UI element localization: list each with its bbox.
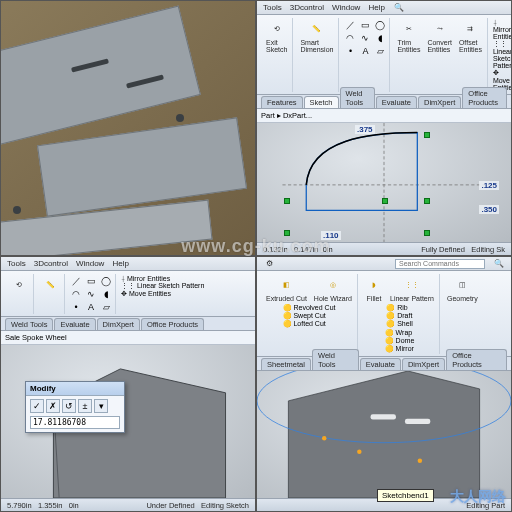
text-icon[interactable]: A bbox=[359, 45, 371, 57]
draft-button[interactable]: 🟡 Draft bbox=[386, 312, 413, 320]
arc-icon[interactable]: ◠ bbox=[344, 32, 356, 44]
point-icon[interactable]: • bbox=[344, 45, 356, 57]
linear-pattern-button[interactable]: ⋮⋮ Linear Sketch Pattern bbox=[121, 282, 204, 290]
modify-dialog[interactable]: Modify ✓ ✗ ↺ ± ▾ 17.81186708 bbox=[25, 381, 125, 433]
gear-icon[interactable]: ⚙ bbox=[263, 258, 275, 270]
smart-dimension-button[interactable]: 📏 Smart Dimension bbox=[298, 19, 335, 54]
linear-pattern-button[interactable]: ⋮⋮ Linear Sketch Pattern bbox=[493, 40, 512, 69]
graphics-viewport[interactable]: Sketchbend1 bbox=[257, 371, 511, 498]
tab-sketch[interactable]: Sketch bbox=[304, 96, 339, 108]
tab-weld[interactable]: Weld Tools bbox=[5, 318, 53, 330]
line-icon[interactable]: ／ bbox=[344, 19, 356, 31]
search-icon[interactable]: 🔍 bbox=[493, 258, 505, 270]
smart-dimension-button[interactable]: 📏 bbox=[39, 275, 61, 295]
sketch-handle[interactable] bbox=[284, 230, 290, 236]
slot-icon[interactable]: ◖ bbox=[374, 32, 386, 44]
tab-evaluate[interactable]: Evaluate bbox=[376, 96, 417, 108]
dimension-d3[interactable]: .350 bbox=[479, 205, 499, 214]
menu-tools[interactable]: Tools bbox=[263, 3, 282, 12]
tab-office[interactable]: Office Products bbox=[462, 87, 507, 108]
fillet-button[interactable]: ◗Fillet bbox=[363, 275, 385, 303]
tab-weld[interactable]: Weld Tools bbox=[312, 349, 359, 370]
menu-window[interactable]: Window bbox=[332, 3, 360, 12]
menubar[interactable]: ⚙ 🔍 bbox=[257, 257, 511, 271]
menu-help[interactable]: Help bbox=[112, 259, 128, 268]
exit-sketch-button[interactable]: ⟲ Exit Sketch bbox=[264, 19, 289, 54]
plane-icon[interactable]: ▱ bbox=[374, 45, 386, 57]
reverse-button[interactable]: ± bbox=[78, 399, 92, 413]
slot-icon[interactable]: ◖ bbox=[100, 288, 112, 300]
graphics-viewport[interactable]: .375 .125 .350 .110 bbox=[257, 123, 511, 242]
sketch-handle[interactable] bbox=[424, 230, 430, 236]
shell-button[interactable]: 🟡 Shell bbox=[386, 320, 413, 328]
convert-entities-button[interactable]: ⤳ Convert Entities bbox=[425, 19, 454, 54]
sketch-handle[interactable] bbox=[284, 198, 290, 204]
plane-icon[interactable]: ▱ bbox=[100, 301, 112, 313]
offset-entities-button[interactable]: ⇉ Offset Entities bbox=[457, 19, 484, 54]
tab-dimxpert[interactable]: DimXpert bbox=[418, 96, 461, 108]
hole-wizard-button[interactable]: ◎Hole Wizard bbox=[312, 275, 354, 303]
line-icon[interactable]: ／ bbox=[70, 275, 82, 287]
tab-evaluate[interactable]: Evaluate bbox=[360, 358, 401, 370]
command-tabs[interactable]: Sheetmetal Weld Tools Evaluate DimXpert … bbox=[257, 357, 511, 371]
tab-dimxpert[interactable]: DimXpert bbox=[97, 318, 140, 330]
menubar[interactable]: Tools 3Dcontrol Window Help 🔍 bbox=[257, 1, 511, 15]
exit-sketch-button[interactable]: ⟲ bbox=[8, 275, 30, 295]
rect-icon[interactable]: ▭ bbox=[85, 275, 97, 287]
modify-dialog-title[interactable]: Modify bbox=[26, 382, 124, 396]
dimension-d2[interactable]: .125 bbox=[479, 181, 499, 190]
menu-window[interactable]: Window bbox=[76, 259, 104, 268]
search-icon[interactable]: 🔍 bbox=[393, 2, 405, 14]
text-icon[interactable]: A bbox=[85, 301, 97, 313]
command-tabs[interactable]: Weld Tools Evaluate DimXpert Office Prod… bbox=[1, 317, 255, 331]
menu-tools[interactable]: Tools bbox=[7, 259, 26, 268]
tab-features[interactable]: Features bbox=[261, 96, 303, 108]
rebuild-button[interactable]: ↺ bbox=[62, 399, 76, 413]
spline-icon[interactable]: ∿ bbox=[85, 288, 97, 300]
sketch-handle[interactable] bbox=[424, 132, 430, 138]
menubar[interactable]: Tools 3Dcontrol Window Help bbox=[1, 257, 255, 271]
menu-help[interactable]: Help bbox=[368, 3, 384, 12]
ok-button[interactable]: ✓ bbox=[30, 399, 44, 413]
mirror-button[interactable]: 🟡 Mirror bbox=[385, 345, 415, 353]
circle-icon[interactable]: ◯ bbox=[100, 275, 112, 287]
rect-icon[interactable]: ▭ bbox=[359, 19, 371, 31]
point-icon[interactable]: • bbox=[70, 301, 82, 313]
dimension-d1[interactable]: .375 bbox=[355, 125, 375, 134]
menu-3dcontrol[interactable]: 3Dcontrol bbox=[34, 259, 68, 268]
dimension-d4[interactable]: .110 bbox=[321, 231, 341, 240]
tab-weld[interactable]: Weld Tools bbox=[340, 87, 375, 108]
mirror-entities-button[interactable]: ⟊ Mirror Entities bbox=[493, 19, 512, 40]
menu-3dcontrol[interactable]: 3Dcontrol bbox=[290, 3, 324, 12]
dimension-value-input[interactable]: 17.81186708 bbox=[30, 416, 120, 429]
tree-root-label[interactable]: Sale Spoke Wheel bbox=[5, 333, 67, 342]
swept-cut-button[interactable]: 🟡 Swept Cut bbox=[283, 312, 336, 320]
wrap-button[interactable]: 🟡 Wrap bbox=[385, 329, 415, 337]
circle-icon[interactable]: ◯ bbox=[374, 19, 386, 31]
tab-office[interactable]: Office Products bbox=[446, 349, 507, 370]
breadcrumb[interactable]: Part ▸ DxPart... bbox=[261, 111, 312, 120]
extruded-cut-button[interactable]: ◧Extruded Cut bbox=[264, 275, 309, 303]
origin-handle[interactable] bbox=[382, 198, 388, 204]
spin-button[interactable]: ▾ bbox=[94, 399, 108, 413]
sketch-handle[interactable] bbox=[424, 198, 430, 204]
mirror-entities-button[interactable]: ⟊ Mirror Entities bbox=[121, 275, 204, 282]
graphics-viewport[interactable]: Modify ✓ ✗ ↺ ± ▾ 17.81186708 bbox=[1, 345, 255, 498]
tab-dimxpert[interactable]: DimXpert bbox=[402, 358, 445, 370]
arc-icon[interactable]: ◠ bbox=[70, 288, 82, 300]
pattern-button[interactable]: ⋮⋮Linear Pattern bbox=[388, 275, 436, 303]
tab-sheetmetal[interactable]: Sheetmetal bbox=[261, 358, 311, 370]
tab-office[interactable]: Office Products bbox=[141, 318, 204, 330]
tab-evaluate[interactable]: Evaluate bbox=[54, 318, 95, 330]
geometry-button[interactable]: ◫Geometry bbox=[445, 275, 480, 303]
dome-button[interactable]: 🟡 Dome bbox=[385, 337, 415, 345]
command-tabs[interactable]: Features Sketch Weld Tools Evaluate DimX… bbox=[257, 95, 511, 109]
revolved-cut-button[interactable]: 🟡 Revolved Cut bbox=[283, 304, 336, 312]
spline-icon[interactable]: ∿ bbox=[359, 32, 371, 44]
trim-entities-button[interactable]: ✂ Trim Entities bbox=[395, 19, 422, 54]
rib-button[interactable]: 🟡 Rib bbox=[386, 304, 413, 312]
search-commands-input[interactable] bbox=[395, 259, 485, 269]
move-entities-button[interactable]: ✥ Move Entities bbox=[121, 290, 204, 298]
boundary-cut-button[interactable]: 🟡 Lofted Cut bbox=[283, 320, 336, 328]
cancel-button[interactable]: ✗ bbox=[46, 399, 60, 413]
